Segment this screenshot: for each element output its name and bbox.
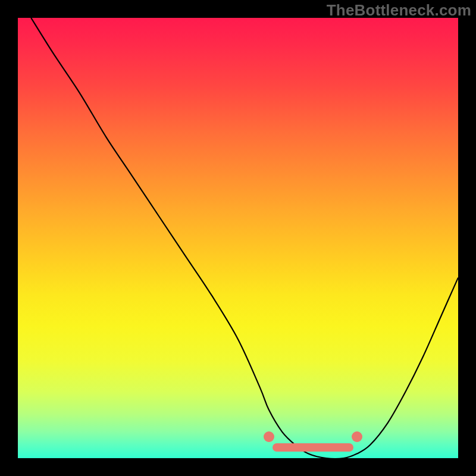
trough-marker-left: [264, 431, 274, 442]
curve-line: [18, 18, 458, 458]
plot-area: [18, 18, 458, 458]
trough-marker-right: [352, 431, 362, 442]
trough-marker-bar: [273, 443, 353, 452]
chart-stage: TheBottleneck.com: [0, 0, 476, 476]
watermark-text: TheBottleneck.com: [327, 1, 471, 20]
